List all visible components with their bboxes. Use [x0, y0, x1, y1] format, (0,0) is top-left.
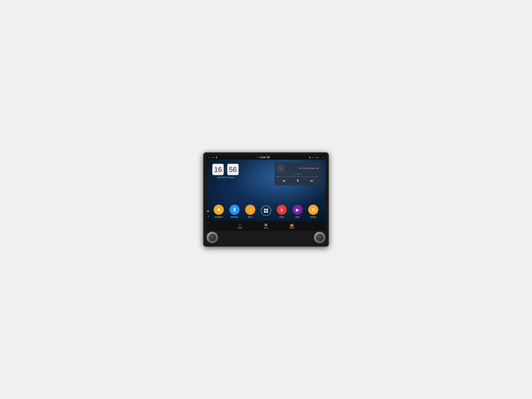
clock-widget: 16 : 56 2019/04/02 Tuesday: [212, 164, 239, 178]
car-head-unit: ⌂ • ⚡ 🔋 📍 ▾ 16:56 📷 🔇 △ ✕ ▬ ⋮ ↩: [203, 152, 329, 247]
mute-button-label: MUTE: [264, 227, 268, 229]
radio-button-icon: 📻: [290, 223, 294, 227]
app-radio[interactable]: Radio: [277, 205, 287, 218]
window-icon: ▬: [317, 157, 318, 158]
mute-button[interactable]: 🔇 MUTE: [261, 222, 270, 229]
radio-button-label: RADIO: [290, 227, 294, 229]
battery-icon: 🔋: [215, 157, 217, 158]
radio-button[interactable]: 📻 RADIO: [287, 222, 297, 229]
usb-icon: ⚡: [212, 157, 214, 158]
mic-icon[interactable]: 🎤: [207, 216, 209, 218]
close-icon: ✕: [314, 157, 316, 158]
music-label: Music: [248, 216, 253, 218]
wifi-icon: ▾: [259, 157, 260, 158]
app-navigation[interactable]: Navigation: [214, 205, 224, 218]
music-album-art: ♪: [277, 164, 284, 172]
svg-rect-4: [266, 211, 268, 213]
clock-minute: 56: [227, 164, 239, 175]
svg-point-6: [281, 210, 282, 211]
home-button-label: HOME: [238, 227, 242, 229]
pause-button[interactable]: ⏸: [295, 178, 301, 183]
bluetooth-symbol-icon: [233, 207, 237, 212]
eject-icon: △: [312, 157, 313, 158]
music-progress-bar[interactable]: [277, 176, 319, 177]
left-knob[interactable]: [207, 232, 218, 243]
location-icon: 📍: [256, 157, 258, 158]
clock-hour: 16: [212, 164, 224, 175]
radio-antenna-icon: [279, 207, 284, 212]
svg-rect-2: [266, 209, 268, 210]
music-widget[interactable]: ♪ 01 - בשבילך נוצרתי....M 00:11/04:40 ⏮ …: [274, 162, 321, 185]
prev-button[interactable]: ⏮: [281, 178, 286, 183]
status-bar: ⌂ • ⚡ 🔋 📍 ▾ 16:56 📷 🔇 △ ✕ ▬ ⋮ ↩: [207, 155, 325, 160]
navigation-label: Navigation: [215, 216, 223, 218]
dot-icon: •: [210, 157, 211, 158]
svg-rect-1: [264, 209, 266, 210]
bottom-bar: ⌂ HOME 🔇 MUTE 📻 RADIO: [207, 221, 325, 231]
radio-label: Radio: [279, 216, 284, 218]
music-header: ♪ 01 - בשבילך נוצרתי....M: [277, 164, 319, 172]
bluetooth-icon-circle: [229, 205, 240, 215]
home-button[interactable]: ⌂ HOME: [235, 222, 244, 229]
settings-icon-circle: ⚙: [308, 205, 318, 215]
navigation-icon-circle: [214, 205, 224, 215]
right-knob[interactable]: [314, 232, 325, 243]
app-home-screen[interactable]: [261, 206, 271, 217]
status-left-icons: ⌂ • ⚡ 🔋: [208, 157, 217, 158]
mute-button-icon: 🔇: [264, 223, 268, 227]
rst-label[interactable]: RST: [207, 222, 210, 223]
radio-icon-circle: [277, 205, 287, 215]
music-note-icon: ♪: [280, 166, 281, 170]
volume-icon: 🔇: [309, 157, 311, 158]
music-progress-fill: [277, 176, 279, 177]
video-icon-circle: ▶: [292, 205, 303, 215]
clock-status: 16:56: [260, 156, 266, 158]
bluetooth-label: Bluetooth: [231, 216, 238, 218]
card-icon: 💳: [207, 210, 209, 212]
grid-icon: [263, 208, 269, 214]
home-button-icon: ⌂: [239, 223, 241, 227]
music-time: 00:11/04:40: [277, 173, 319, 175]
next-button[interactable]: ⏭: [309, 178, 314, 183]
clock-digits: 16 : 56: [212, 164, 239, 175]
more-icon: ⋮: [320, 157, 321, 158]
music-controls: ⏮ ⏸ ⏭: [277, 178, 319, 183]
app-settings[interactable]: ⚙ Settings: [308, 205, 318, 218]
home-icon: ⌂: [208, 157, 209, 158]
app-video[interactable]: ▶ Video: [292, 205, 303, 218]
status-right-icons: 🔇 △ ✕ ▬ ⋮ ↩: [309, 157, 324, 158]
back-icon[interactable]: ↩: [323, 157, 324, 158]
home-screen-icon-circle: [261, 206, 271, 216]
navigation-arrow-icon: [216, 207, 221, 212]
music-info: 01 - בשבילך נוצרתי....M: [286, 167, 319, 169]
main-screen: 16 : 56 2019/04/02 Tuesday ♪ 01 - בשבילך…: [207, 160, 325, 221]
music-title: 01 - בשבילך נוצרתי....M: [286, 167, 319, 169]
svg-rect-3: [264, 211, 266, 213]
right-knob-inner: [316, 234, 323, 241]
apps-row: Navigation Bluetooth ♫ Music: [207, 205, 325, 218]
video-label: Video: [295, 216, 300, 218]
music-icon-circle: ♫: [245, 205, 255, 215]
app-bluetooth[interactable]: Bluetooth: [229, 205, 240, 218]
status-center: 📍 ▾ 16:56 📷: [256, 156, 270, 158]
app-music[interactable]: ♫ Music: [245, 205, 255, 218]
screen-bezel: ⌂ • ⚡ 🔋 📍 ▾ 16:56 📷 🔇 △ ✕ ▬ ⋮ ↩: [207, 155, 325, 231]
camera-icon: 📷: [266, 156, 270, 158]
settings-label: Settings: [310, 216, 316, 218]
left-knob-inner: [209, 234, 216, 241]
clock-date: 2019/04/02 Tuesday: [212, 176, 239, 178]
clock-colon: :: [225, 165, 226, 172]
controls-row: RST 🎤 💳 ⏻: [207, 231, 325, 243]
svg-marker-0: [217, 208, 221, 211]
